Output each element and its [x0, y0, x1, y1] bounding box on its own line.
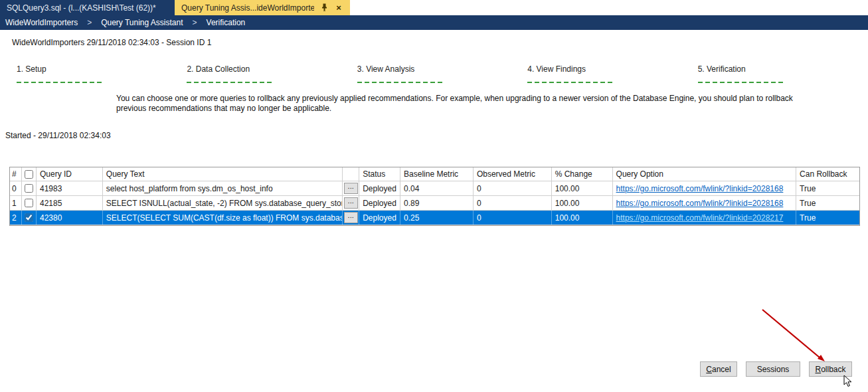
sessions-button[interactable]: Sessions — [746, 361, 800, 377]
expand-query-button[interactable]: ... — [344, 183, 358, 194]
percent-change-value: 100.00 — [552, 211, 613, 225]
query-option-cell: https://go.microsoft.com/fwlink/?linkid=… — [613, 196, 797, 210]
rollback-button[interactable]: Rollback — [809, 361, 852, 377]
step-label: 1. Setup — [17, 64, 187, 74]
started-timestamp: Started - 29/11/2018 02:34:03 — [5, 131, 868, 140]
row-checkbox-cell — [22, 196, 37, 210]
breadcrumb: WideWorldImporters > Query Tuning Assist… — [0, 15, 868, 30]
breadcrumb-separator: > — [193, 18, 197, 27]
pin-icon[interactable] — [319, 3, 329, 13]
row-checkbox[interactable] — [25, 199, 33, 207]
query-id: 41983 — [37, 181, 103, 195]
table-row-selected[interactable]: 2 42380 SELECT(SELECT SUM(CAST(df.size a… — [10, 211, 859, 225]
column-header-query-option[interactable]: Query Option — [613, 167, 797, 181]
query-tuning-assistant-window: SQLQuery3.sql - (l...(KASHISH\Test (62))… — [0, 0, 868, 392]
tab-label: SQLQuery3.sql - (l...(KASHISH\Test (62))… — [7, 3, 156, 13]
query-text: SELECT ISNULL(actual_state, -2) FROM sys… — [103, 196, 343, 210]
column-header-query-id[interactable]: Query ID — [37, 167, 103, 181]
column-header-query-text[interactable]: Query Text — [103, 167, 343, 181]
row-checkbox-cell — [22, 181, 37, 195]
observed-metric-value: 0 — [474, 196, 552, 210]
step-label: 2. Data Collection — [187, 64, 357, 74]
table-row[interactable]: 1 42185 SELECT ISNULL(actual_state, -2) … — [10, 196, 859, 211]
select-all-checkbox[interactable] — [25, 170, 33, 179]
query-option-cell: https://go.microsoft.com/fwlink/?linkid=… — [613, 181, 797, 195]
expand-query-button[interactable]: ... — [344, 197, 358, 209]
breadcrumb-item-database[interactable]: WideWorldImporters — [5, 18, 78, 27]
step-view-findings: 4. View Findings — [527, 64, 697, 83]
step-label: 5. Verification — [698, 64, 868, 74]
row-number: 0 — [10, 181, 22, 195]
step-progress-line — [698, 82, 786, 83]
footer-buttons: Cancel Sessions Rollback — [700, 361, 852, 377]
tab-label: Query Tuning Assis...ideWorldImporters] — [181, 3, 314, 13]
row-number: 1 — [10, 196, 22, 210]
row-number: 2 — [10, 211, 22, 225]
can-rollback-value: True — [796, 196, 859, 210]
breadcrumb-separator: > — [87, 18, 92, 27]
column-header-checkbox — [22, 167, 37, 181]
tab-bar: SQLQuery3.sql - (l...(KASHISH\Test (62))… — [0, 0, 868, 15]
expand-query-button[interactable]: ... — [344, 212, 358, 223]
baseline-metric-value: 0.89 — [400, 196, 474, 210]
baseline-metric-value: 0.25 — [400, 211, 474, 225]
step-label: 4. View Findings — [527, 64, 697, 74]
can-rollback-value: True — [796, 181, 859, 195]
breadcrumb-item-verification[interactable]: Verification — [207, 18, 246, 27]
query-text-expand-cell: ... — [343, 211, 359, 225]
percent-change-value: 100.00 — [552, 196, 613, 210]
query-text: SELECT(SELECT SUM(CAST(df.size as float)… — [103, 211, 343, 225]
session-title: WideWorldImporters 29/11/2018 02:34:03 -… — [12, 38, 868, 47]
column-header-status[interactable]: Status — [359, 167, 400, 181]
table-row[interactable]: 0 41983 select host_platform from sys.dm… — [10, 181, 859, 196]
query-text: select host_platform from sys.dm_os_host… — [103, 181, 343, 195]
column-header-can-rollback[interactable]: Can Rollback — [796, 167, 859, 181]
query-option-cell: https://go.microsoft.com/fwlink/?linkid=… — [613, 211, 797, 225]
tab-sqlquery3[interactable]: SQLQuery3.sql - (l...(KASHISH\Test (62))… — [0, 0, 175, 15]
row-checkbox[interactable] — [25, 184, 33, 193]
query-text-expand-cell: ... — [343, 181, 359, 195]
step-label: 3. View Analysis — [357, 64, 527, 74]
column-header-observed-metric[interactable]: Observed Metric — [474, 167, 552, 181]
step-description: You can choose one or more queries to ro… — [116, 94, 822, 114]
column-header-baseline-metric[interactable]: Baseline Metric — [400, 167, 474, 181]
results-grid: # Query ID Query Text Status Baseline Me… — [9, 167, 860, 226]
mouse-cursor-icon — [843, 375, 853, 388]
tab-query-tuning-assistant[interactable]: Query Tuning Assis...ideWorldImporters] … — [175, 0, 350, 15]
can-rollback-value: True — [796, 211, 859, 225]
query-id: 42380 — [37, 211, 103, 225]
step-progress-line — [357, 82, 445, 83]
step-setup: 1. Setup — [17, 64, 187, 83]
step-progress-line — [187, 82, 274, 83]
row-checkbox-cell — [22, 211, 37, 225]
annotation-arrow — [757, 306, 833, 369]
step-view-analysis: 3. View Analysis — [357, 64, 527, 83]
status-value: Deployed — [359, 196, 400, 210]
row-checkbox[interactable] — [25, 213, 33, 222]
percent-change-value: 100.00 — [552, 181, 613, 195]
step-progress-line — [527, 82, 615, 83]
breadcrumb-item-qta[interactable]: Query Tuning Assistant — [101, 18, 183, 27]
step-data-collection: 2. Data Collection — [187, 64, 357, 83]
column-header-ellipsis — [343, 167, 359, 181]
step-progress-line — [17, 82, 104, 83]
query-text-expand-cell: ... — [343, 196, 359, 210]
cancel-button[interactable]: Cancel — [700, 361, 737, 377]
column-header-percent-change[interactable]: % Change — [552, 167, 613, 181]
observed-metric-value: 0 — [474, 181, 552, 195]
baseline-metric-value: 0.04 — [400, 181, 474, 195]
query-id: 42185 — [37, 196, 103, 210]
step-verification: 5. Verification — [698, 64, 868, 83]
query-option-link[interactable]: https://go.microsoft.com/fwlink/?linkid=… — [616, 199, 784, 208]
status-value: Deployed — [359, 211, 400, 225]
wizard-steps: 1. Setup 2. Data Collection 3. View Anal… — [17, 64, 868, 83]
close-icon[interactable]: × — [334, 3, 343, 13]
query-option-link[interactable]: https://go.microsoft.com/fwlink/?linkid=… — [616, 213, 784, 223]
observed-metric-value: 0 — [474, 211, 552, 225]
query-option-link[interactable]: https://go.microsoft.com/fwlink/?linkid=… — [616, 184, 784, 193]
status-value: Deployed — [359, 181, 400, 195]
column-header-num[interactable]: # — [10, 167, 22, 181]
grid-header-row: # Query ID Query Text Status Baseline Me… — [10, 167, 859, 181]
